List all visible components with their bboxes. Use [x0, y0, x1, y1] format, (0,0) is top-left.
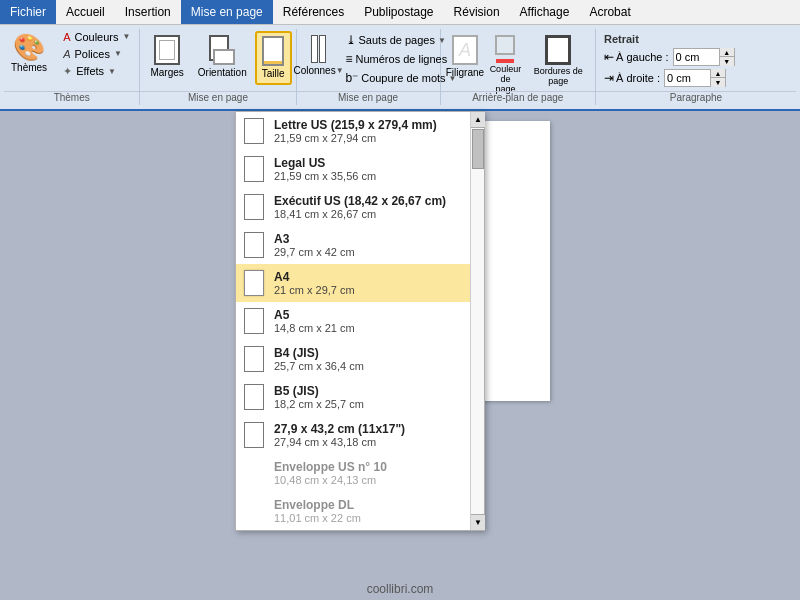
a-droite-input-container: ▲ ▼	[664, 69, 726, 87]
menu-acrobat[interactable]: Acrobat	[579, 0, 640, 24]
sauts-icon: ⤓	[346, 33, 356, 47]
colonnes-button[interactable]: Colonnes ▼	[301, 31, 337, 80]
menu-fichier[interactable]: Fichier	[0, 0, 56, 24]
menu-misepage[interactable]: Mise en page	[181, 0, 273, 24]
themes-icon: 🎨	[13, 34, 45, 60]
menu-affichage[interactable]: Affichage	[510, 0, 580, 24]
size-item-a3[interactable]: A3 29,7 cm x 42 cm	[236, 226, 484, 264]
paragraphe-label: Paragraphe	[596, 91, 796, 103]
a-droite-row: ⇥ À droite : ▲ ▼	[604, 69, 788, 87]
a5-info: A5 14,8 cm x 21 cm	[274, 308, 355, 334]
b5jis-name: B5 (JIS)	[274, 384, 364, 398]
effets-chevron: ▼	[108, 67, 116, 76]
couleur-page-button[interactable]: Couleurde page	[487, 31, 523, 99]
enveloppe-dl-dims: 11,01 cm x 22 cm	[274, 512, 361, 524]
menu-insertion[interactable]: Insertion	[115, 0, 181, 24]
a-gauche-up[interactable]: ▲	[720, 48, 734, 57]
bordures-button[interactable]: Bordures de page	[526, 31, 591, 91]
size-item-11x17[interactable]: 27,9 x 43,2 cm (11x17") 27,94 cm x 43,18…	[236, 416, 484, 454]
a-gauche-label-icon: ⇤ À gauche :	[604, 50, 669, 64]
a-droite-spinners: ▲ ▼	[710, 69, 725, 87]
orientation-label: Orientation	[198, 67, 247, 79]
size-item-a4[interactable]: A4 21 cm x 29,7 cm	[236, 264, 484, 302]
a4-info: A4 21 cm x 29,7 cm	[274, 270, 355, 296]
a4-name: A4	[274, 270, 355, 284]
colonnes-group: Colonnes ▼ ⤓ Sauts de pages ▼ ≡ Numéros …	[297, 29, 441, 105]
a-gauche-input[interactable]	[674, 49, 719, 65]
scroll-down-button[interactable]: ▼	[471, 514, 485, 530]
11x17-info: 27,9 x 43,2 cm (11x17") 27,94 cm x 43,18…	[274, 422, 405, 448]
enveloppe-dl-info: Enveloppe DL 11,01 cm x 22 cm	[244, 498, 361, 524]
size-item-enveloppe-us10[interactable]: Enveloppe US n° 10 10,48 cm x 24,13 cm	[236, 454, 484, 492]
polices-button[interactable]: A Polices ▼	[58, 46, 135, 62]
colonnes-label: Colonnes ▼	[293, 65, 343, 76]
footer-watermark: coollibri.com	[0, 582, 800, 596]
executif-dims: 18,41 cm x 26,67 cm	[274, 208, 446, 220]
b5jis-info: B5 (JIS) 18,2 cm x 25,7 cm	[274, 384, 364, 410]
dropdown-scrollbar[interactable]: ▲ ▼	[470, 112, 484, 530]
taille-label: Taille	[262, 68, 285, 80]
taille-button[interactable]: Taille	[255, 31, 292, 85]
couleurs-button[interactable]: A Couleurs ▼	[58, 29, 135, 45]
colonnes-icon	[311, 35, 326, 63]
a-droite-down[interactable]: ▼	[711, 78, 725, 87]
themes-label: Thèmes	[11, 62, 47, 73]
mise-en-page-label: Mise en page	[140, 91, 295, 103]
enveloppe-us10-dims: 10,48 cm x 24,13 cm	[274, 474, 387, 486]
executif-name: Exécutif US (18,42 x 26,67 cm)	[274, 194, 446, 208]
lettre-info: Lettre US (215,9 x 279,4 mm) 21,59 cm x …	[274, 118, 437, 144]
filigrane-icon: A	[452, 35, 478, 65]
a5-icon	[244, 308, 264, 334]
menu-publipostage[interactable]: Publipostage	[354, 0, 443, 24]
scroll-up-button[interactable]: ▲	[471, 112, 485, 128]
retrait-title: Retrait	[604, 33, 788, 45]
size-item-b5jis[interactable]: B5 (JIS) 18,2 cm x 25,7 cm	[236, 378, 484, 416]
marges-button[interactable]: Marges	[144, 31, 189, 83]
a3-info: A3 29,7 cm x 42 cm	[274, 232, 355, 258]
enveloppe-dl-name: Enveloppe DL	[274, 498, 361, 512]
a5-name: A5	[274, 308, 355, 322]
orientation-icon	[209, 35, 235, 65]
menu-accueil[interactable]: Accueil	[56, 0, 115, 24]
mise-en-page-group: Marges Orientation Taille	[140, 29, 296, 105]
a-gauche-row: ⇤ À gauche : ▲ ▼	[604, 48, 788, 66]
legal-dims: 21,59 cm x 35,56 cm	[274, 170, 376, 182]
themes-sub-buttons: A Couleurs ▼ A Polices ▼ ✦ Effets ▼	[54, 29, 139, 91]
size-item-lettre[interactable]: Lettre US (215,9 x 279,4 mm) 21,59 cm x …	[236, 112, 484, 150]
themes-group: 🎨 Thèmes A Couleurs ▼ A Polices ▼ ✦ Effe…	[4, 29, 140, 105]
a-droite-up[interactable]: ▲	[711, 69, 725, 78]
a-droite-label-icon: ⇥ À droite :	[604, 71, 660, 85]
menu-revision[interactable]: Révision	[444, 0, 510, 24]
a-gauche-spinners: ▲ ▼	[719, 48, 734, 66]
size-item-legal[interactable]: Legal US 21,59 cm x 35,56 cm	[236, 150, 484, 188]
a4-dims: 21 cm x 29,7 cm	[274, 284, 355, 296]
menu-references[interactable]: Références	[273, 0, 354, 24]
size-dropdown[interactable]: ▲ ▼ Lettre US (215,9 x 279,4 mm) 21,59 c…	[235, 111, 485, 531]
legal-icon	[244, 156, 264, 182]
a-gauche-down[interactable]: ▼	[720, 57, 734, 66]
size-item-a5[interactable]: A5 14,8 cm x 21 cm	[236, 302, 484, 340]
polices-chevron: ▼	[114, 49, 122, 58]
a-droite-input[interactable]	[665, 70, 710, 86]
filigrane-button[interactable]: A Filigrane	[445, 31, 486, 83]
lettre-name: Lettre US (215,9 x 279,4 mm)	[274, 118, 437, 132]
size-item-b4jis[interactable]: B4 (JIS) 25,7 cm x 36,4 cm	[236, 340, 484, 378]
b4jis-icon	[244, 346, 264, 372]
bordures-icon	[545, 35, 571, 65]
enveloppe-us10-info: Enveloppe US n° 10 10,48 cm x 24,13 cm	[244, 460, 387, 486]
b4jis-dims: 25,7 cm x 36,4 cm	[274, 360, 364, 372]
lettre-dims: 21,59 cm x 27,94 cm	[274, 132, 437, 144]
a3-name: A3	[274, 232, 355, 246]
orientation-button[interactable]: Orientation	[192, 31, 253, 83]
themes-button[interactable]: 🎨 Thèmes	[4, 29, 54, 91]
paragraphe-group: Retrait ⇤ À gauche : ▲ ▼ ⇥ À droite :	[596, 29, 796, 105]
b5jis-icon	[244, 384, 264, 410]
size-item-enveloppe-dl[interactable]: Enveloppe DL 11,01 cm x 22 cm	[236, 492, 484, 530]
scroll-thumb[interactable]	[472, 129, 484, 169]
effets-button[interactable]: ✦ Effets ▼	[58, 63, 135, 80]
lettre-icon	[244, 118, 264, 144]
coupure-icon: b⁻	[346, 71, 359, 85]
colonnes-group-label: Mise en page	[297, 91, 440, 103]
size-item-executif[interactable]: Exécutif US (18,42 x 26,67 cm) 18,41 cm …	[236, 188, 484, 226]
taille-icon	[262, 36, 284, 66]
